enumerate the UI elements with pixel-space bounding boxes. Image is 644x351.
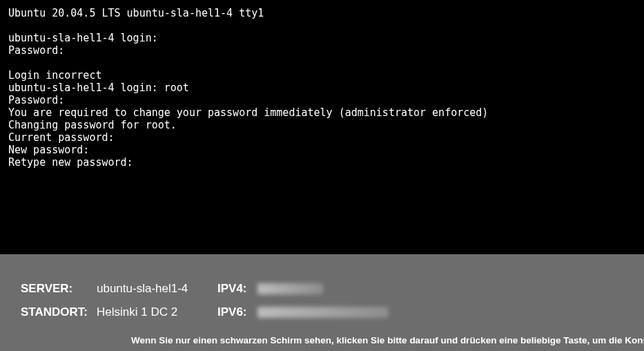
current-password-prompt: Current password: [8,131,115,144]
change-required: You are required to change your password… [8,106,488,119]
ipv4-value-redacted [257,283,323,294]
login-incorrect: Login incorrect [8,69,101,82]
terminal-console[interactable]: Ubuntu 20.04.5 LTS ubuntu-sla-hel1-4 tty… [0,0,644,254]
password-prompt-1: Password: [8,44,64,57]
login-prompt-2: ubuntu-sla-hel1-4 login: root [8,82,189,94]
console-banner: Ubuntu 20.04.5 LTS ubuntu-sla-hel1-4 tty… [8,7,264,19]
console-hint-text: Wenn Sie nur einen schwarzen Schirm sehe… [0,335,644,345]
changing-for: Changing password for root. [8,119,177,131]
password-prompt-2: Password: [8,94,64,106]
status-row-server: SERVER: ubuntu-sla-hel1-4 IPV4: [21,282,623,296]
retype-password-prompt: Retype new password: [8,156,133,169]
ipv4-label: IPV4: [217,282,257,296]
server-value: ubuntu-sla-hel1-4 [97,282,217,296]
ipv6-label: IPV6: [217,305,257,319]
new-password-prompt: New password: [8,144,89,156]
status-row-location: STANDORT: Helsinki 1 DC 2 IPV6: [21,305,623,319]
status-bar: SERVER: ubuntu-sla-hel1-4 IPV4: STANDORT… [0,254,644,351]
server-label: SERVER: [21,282,97,296]
ipv6-value-redacted [257,307,389,318]
login-prompt-1: ubuntu-sla-hel1-4 login: [8,32,158,44]
location-label: STANDORT: [21,305,97,319]
location-value: Helsinki 1 DC 2 [97,305,217,319]
